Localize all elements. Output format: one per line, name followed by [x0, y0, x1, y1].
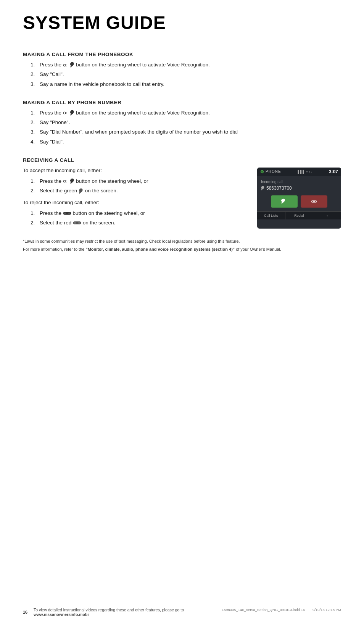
- phone-label: PHONE: [260, 169, 281, 174]
- list-number: 3.: [31, 81, 40, 88]
- receiving-text-column: To accept the incoming call, either: 1. …: [23, 167, 246, 231]
- voice-icon: [63, 178, 68, 184]
- list-text: Say "Dial".: [40, 138, 341, 146]
- battery-icon: ▪: [306, 170, 308, 174]
- list-number: 2.: [31, 71, 40, 78]
- file-info-left: 1598305_14c_Versa_Sedan_QRG_091013.indd …: [222, 608, 305, 617]
- list-item: 3. Say "Dial Number", and when prompted …: [31, 128, 341, 136]
- phone-footer-up: ↑: [313, 212, 341, 219]
- footnotes: *Laws in some communities may restrict t…: [23, 238, 341, 254]
- receiving-content: To accept the incoming call, either: 1. …: [23, 167, 341, 231]
- list-item: 1. Press the button on the steering whee…: [31, 177, 246, 185]
- phonebook-section: MAKING A CALL FROM THE PHONEBOOK 1. Pres…: [23, 44, 341, 92]
- list-text: Say "Phone".: [40, 119, 341, 126]
- voice-icon: [63, 110, 68, 116]
- page-number: 16: [23, 610, 31, 614]
- list-text: Say "Call".: [40, 71, 341, 78]
- list-text: Press the button on the steering wheel t…: [40, 109, 341, 117]
- list-item: 1. Press the button on the steering whee…: [31, 210, 246, 217]
- manual-note-bold: "Monitor, climate, audio, phone and voic…: [85, 247, 235, 251]
- list-text: Press the button on the steering wheel, …: [40, 177, 246, 185]
- list-item: 1. Press the ⁠ button on the steering wh…: [31, 61, 341, 69]
- list-number: 3.: [31, 128, 40, 136]
- voice-icon: ⁠: [63, 62, 68, 68]
- list-item: 3. Say a name in the vehicle phonebook t…: [31, 81, 341, 88]
- footer-text: To view detailed instructional videos re…: [34, 608, 222, 617]
- manual-note-prefix: For more information, refer to the: [23, 247, 85, 251]
- list-text: Say a name in the vehicle phonebook to c…: [40, 81, 341, 88]
- phone-number-section: MAKING A CALL BY PHONE NUMBER 1. Press t…: [23, 92, 341, 150]
- phone-screen-title: PHONE: [266, 169, 281, 174]
- incoming-call-label: Incoming call: [261, 180, 337, 184]
- svg-rect-7: [74, 222, 76, 224]
- phone-number-display: 5863073700: [266, 185, 292, 191]
- phone-footer-call-lists: Call Lists: [257, 212, 285, 219]
- list-number: 4.: [31, 138, 40, 146]
- reject-call-button[interactable]: [301, 195, 327, 208]
- list-text: Press the button on the steering wheel, …: [40, 210, 246, 217]
- receiving-reject-list: 1. Press the button on the steering whee…: [31, 210, 246, 227]
- phone-screen: PHONE ▌▌▌ ▪ ↑↓ 3:07 Incoming call: [257, 168, 341, 229]
- network-icon: ↑↓: [309, 170, 312, 174]
- redial-label: Redial: [294, 214, 304, 218]
- list-number: 1.: [31, 177, 40, 185]
- manual-note: For more information, refer to the "Moni…: [23, 246, 341, 253]
- page-footer: 16 To view detailed instructional videos…: [23, 605, 341, 619]
- phonebook-section-title: MAKING A CALL FROM THE PHONEBOOK: [23, 52, 341, 57]
- asterisk-note: *Laws in some communities may restrict t…: [23, 238, 341, 245]
- call-action-buttons: [261, 195, 337, 208]
- list-number: 2.: [31, 187, 40, 195]
- receiving-reject-intro: To reject the incoming call, either:: [23, 199, 246, 206]
- call-lists-label: Call Lists: [264, 214, 278, 218]
- svg-point-10: [261, 171, 263, 172]
- list-number: 1.: [31, 61, 40, 69]
- phone-number-steps-list: 1. Press the button on the steering whee…: [31, 109, 341, 146]
- svg-rect-5: [68, 213, 70, 214]
- phonebook-steps-list: 1. Press the ⁠ button on the steering wh…: [31, 61, 341, 88]
- footer-website: www.nissanownersinfo.mobi: [34, 612, 89, 617]
- list-item: 1. Press the button on the steering whee…: [31, 109, 341, 117]
- svg-rect-8: [78, 222, 80, 224]
- receiving-section: RECEIVING A CALL To accept the incoming …: [23, 150, 341, 231]
- caller-number: 5863073700: [261, 185, 337, 191]
- date-info: 9/10/13 12:18 PM: [312, 608, 341, 617]
- svg-point-1: [63, 112, 66, 114]
- svg-rect-12: [312, 201, 313, 202]
- list-number: 1.: [31, 210, 40, 217]
- list-item: 2. Say "Phone".: [31, 119, 341, 126]
- list-text: Say "Dial Number", and when prompted spe…: [40, 128, 341, 136]
- list-number: 2.: [31, 119, 40, 126]
- phone-status-icons: ▌▌▌ ▪ ↑↓: [298, 170, 312, 174]
- list-item: 4. Say "Dial".: [31, 138, 341, 146]
- receiving-accept-intro: To accept the incoming call, either:: [23, 167, 246, 174]
- page-number-and-footer: 16 To view detailed instructional videos…: [23, 608, 222, 617]
- svg-point-2: [63, 181, 66, 183]
- list-text: Press the ⁠ button on the steering wheel…: [40, 61, 341, 69]
- list-item: 2. Say "Call".: [31, 71, 341, 78]
- up-arrow-label: ↑: [326, 214, 328, 218]
- manual-note-suffix: of your Owner's Manual.: [235, 247, 281, 251]
- phone-screen-body: Incoming call 5863073700: [257, 176, 341, 208]
- phone-screen-header: PHONE ▌▌▌ ▪ ↑↓ 3:07: [257, 168, 341, 176]
- svg-point-0: [63, 64, 66, 66]
- phone-number-section-title: MAKING A CALL BY PHONE NUMBER: [23, 100, 341, 105]
- list-item: 2. Select the red on the screen.: [31, 219, 246, 227]
- phone-screen-footer: Call Lists Redial ↑: [257, 211, 341, 219]
- receiving-accept-list: 1. Press the button on the steering whee…: [31, 177, 246, 195]
- page: SYSTEM GUIDE MAKING A CALL FROM THE PHON…: [0, 0, 364, 619]
- receiving-section-title: RECEIVING A CALL: [23, 157, 341, 163]
- footer-text-prefix: To view detailed instructional videos re…: [34, 608, 184, 612]
- signal-bars-icon: ▌▌▌: [298, 170, 305, 174]
- svg-rect-13: [315, 201, 316, 202]
- list-item: 2. Select the green on the screen.: [31, 187, 246, 195]
- accept-call-button[interactable]: [271, 195, 298, 208]
- phone-footer-redial: Redial: [285, 212, 314, 219]
- list-number: 1.: [31, 109, 40, 117]
- svg-rect-4: [64, 213, 66, 214]
- list-text: Select the green on the screen.: [40, 187, 246, 195]
- phone-time: 3:07: [329, 169, 338, 174]
- list-number: 2.: [31, 219, 40, 227]
- list-text: Select the red on the screen.: [40, 219, 246, 227]
- page-title: SYSTEM GUIDE: [23, 12, 341, 33]
